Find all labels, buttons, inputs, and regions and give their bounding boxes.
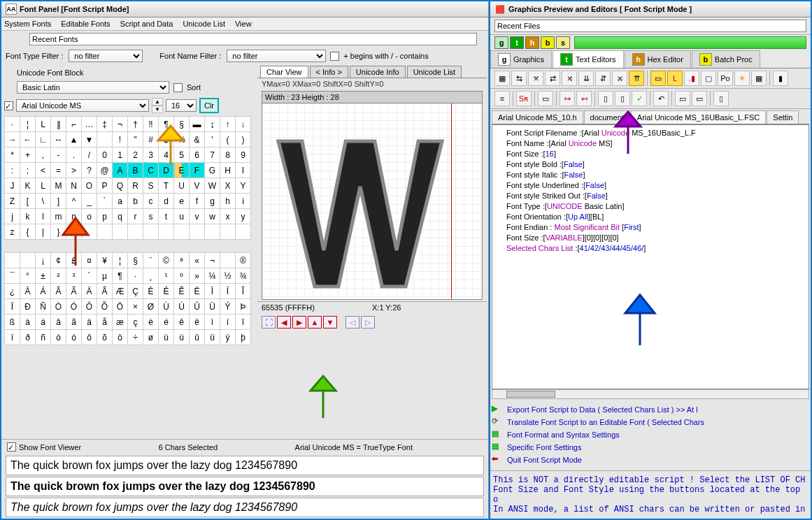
char-cell[interactable]: ½	[220, 268, 236, 284]
char-cell[interactable]	[236, 224, 251, 240]
link-item[interactable]: ⬅Quit Font Script Mode	[492, 454, 809, 466]
show-viewer-check[interactable]: ✓	[7, 442, 16, 452]
char-cell[interactable]: }	[51, 224, 66, 240]
char-cell[interactable]: à	[20, 315, 36, 330]
sq-g[interactable]: g	[494, 36, 508, 49]
tool-dot[interactable]: .▮	[684, 71, 699, 86]
char-cell[interactable]: ¥	[97, 253, 113, 268]
tool-doc[interactable]: ▭	[538, 91, 553, 106]
char-cell[interactable]: ±	[36, 268, 51, 284]
char-cell[interactable]: ¯	[5, 268, 20, 284]
char-cell[interactable]: %	[174, 132, 190, 147]
char-cell[interactable]: æ	[113, 315, 128, 330]
char-cell[interactable]	[190, 224, 205, 240]
tool-v1[interactable]: ⇊	[578, 71, 594, 86]
char-cell[interactable]: l	[36, 209, 51, 224]
char-cell[interactable]: ä	[82, 315, 97, 330]
tab-unicode-list[interactable]: Unicode List	[407, 66, 462, 78]
char-grid[interactable]: ·¦L‖⌐…‡¬†‼¶§▬↨↑↓→←∟↔▲▼!"#$%&'()*+,-./012…	[4, 116, 251, 240]
char-cell[interactable]: …	[82, 117, 97, 132]
char-cell[interactable]: ß	[5, 315, 20, 330]
char-cell[interactable]: ~	[66, 224, 82, 240]
char-cell[interactable]: E	[174, 163, 190, 178]
nav-right[interactable]: ▶	[292, 316, 306, 328]
char-cell[interactable]: ³	[66, 268, 82, 284]
char-cell[interactable]: ò	[51, 330, 66, 345]
font-panel-titlebar[interactable]: AA Font Panel [Font Script Mode]	[1, 1, 488, 17]
char-cell[interactable]: ↨	[205, 117, 220, 132]
unicode-block-select[interactable]: Basic Latin	[17, 81, 169, 94]
tool-mark1[interactable]: ▯	[598, 91, 613, 106]
char-cell[interactable]: å	[97, 315, 113, 330]
char-cell[interactable]: ²	[51, 268, 66, 284]
tool-check-icon[interactable]: ✓	[632, 91, 647, 106]
sq-h[interactable]: h	[525, 36, 539, 49]
char-cell[interactable]: Ý	[220, 299, 236, 315]
char-cell[interactable]: q	[113, 209, 128, 224]
tool-v2[interactable]: ⇵	[595, 71, 611, 86]
char-cell[interactable]: c	[143, 194, 159, 209]
char-cell[interactable]: e	[174, 194, 190, 209]
sort-check[interactable]	[173, 83, 183, 92]
char-cell[interactable]: §	[174, 117, 190, 132]
char-cell[interactable]: o	[82, 209, 97, 224]
char-cell[interactable]: Õ	[97, 299, 113, 315]
char-cell[interactable]: O	[82, 178, 97, 194]
char-cell[interactable]: ´	[82, 268, 97, 284]
tab-char-view[interactable]: Char View	[260, 66, 308, 78]
char-cell[interactable]	[5, 253, 20, 268]
char-cell[interactable]: ¡	[36, 253, 51, 268]
char-cell[interactable]: k	[20, 209, 36, 224]
char-cell[interactable]	[82, 224, 97, 240]
char-cell[interactable]: L	[36, 117, 51, 132]
char-cell[interactable]: Ø	[143, 299, 159, 315]
char-cell[interactable]: d	[159, 194, 174, 209]
char-cell[interactable]: ®	[236, 253, 251, 268]
char-cell[interactable]: ¶	[113, 268, 128, 284]
char-cell[interactable]: µ	[97, 268, 113, 284]
hscroll[interactable]	[492, 389, 809, 399]
char-cell[interactable]: 9	[236, 147, 251, 163]
char-cell[interactable]: C	[143, 163, 159, 178]
doc-tab[interactable]: Arial Unicode MS_16UBasic_L.FSC	[631, 110, 766, 124]
char-cell[interactable]: *	[5, 147, 20, 163]
char-cell[interactable]: £	[66, 253, 82, 268]
char-cell[interactable]: b	[128, 194, 143, 209]
clear-button[interactable]: Clr	[199, 98, 219, 113]
tool-h1[interactable]: ⇆	[511, 71, 527, 86]
char-cell[interactable]: {	[20, 224, 36, 240]
char-cell[interactable]: ⌐	[66, 117, 82, 132]
tool-h4[interactable]: ⤨	[562, 71, 577, 86]
char-cell[interactable]: 3	[143, 147, 159, 163]
char-cell[interactable]: "	[128, 132, 143, 147]
tab-unicode-info[interactable]: Unicode Info	[350, 66, 406, 78]
char-cell[interactable]	[205, 224, 220, 240]
char-cell[interactable]: ↑	[220, 117, 236, 132]
char-cell[interactable]: ü	[205, 330, 220, 345]
char-cell[interactable]: ¦	[113, 253, 128, 268]
char-cell[interactable]: ¤	[82, 253, 97, 268]
nav-prev[interactable]: ◁	[346, 316, 359, 328]
char-cell[interactable]: r	[128, 209, 143, 224]
char-cell[interactable]: y	[236, 209, 251, 224]
char-cell[interactable]: W	[205, 178, 220, 194]
char-cell[interactable]: »	[190, 268, 205, 284]
tab-batch-proc[interactable]: bBatch Proc	[692, 50, 760, 68]
char-cell[interactable]: À	[20, 284, 36, 299]
tab-hex-editor[interactable]: hHex Editor	[625, 50, 691, 68]
char-cell[interactable]: `	[97, 194, 113, 209]
char-cell[interactable]: ¾	[236, 268, 251, 284]
tool-L[interactable]: L	[667, 71, 683, 86]
char-cell[interactable]: ‼	[143, 117, 159, 132]
char-cell[interactable]: R	[128, 178, 143, 194]
char-cell[interactable]: U	[174, 178, 190, 194]
char-cell[interactable]: Á	[36, 284, 51, 299]
char-cell[interactable]: F	[190, 163, 205, 178]
char-cell[interactable]: Ö	[113, 299, 128, 315]
char-cell[interactable]: h	[220, 194, 236, 209]
char-cell[interactable]: #	[143, 132, 159, 147]
tool-menu-icon[interactable]: ≡	[494, 91, 510, 106]
tool-w1[interactable]: ▦	[751, 71, 767, 86]
char-cell[interactable]: M	[51, 178, 66, 194]
char-cell[interactable]: û	[190, 330, 205, 345]
